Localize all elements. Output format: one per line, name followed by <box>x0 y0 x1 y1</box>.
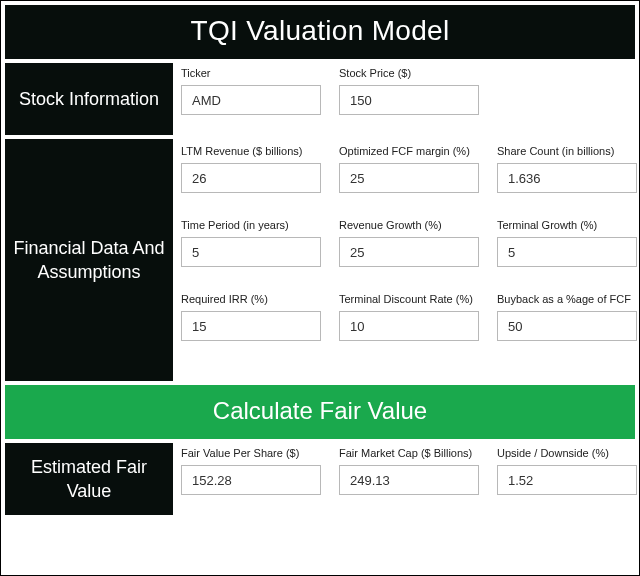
terminal-growth-input[interactable]: 5 <box>497 237 637 267</box>
field-ltm-revenue: LTM Revenue ($ billions) 26 <box>181 145 321 193</box>
row: Time Period (in years) 5 Revenue Growth … <box>181 219 637 267</box>
field-fcf-margin: Optimized FCF margin (%) 25 <box>339 145 479 193</box>
field-revenue-growth: Revenue Growth (%) 25 <box>339 219 479 267</box>
field-fair-market-cap: Fair Market Cap ($ Billions) 249.13 <box>339 447 479 495</box>
fair-value-share-output: 152.28 <box>181 465 321 495</box>
field-label: Share Count (in billions) <box>497 145 637 157</box>
terminal-discount-input[interactable]: 10 <box>339 311 479 341</box>
field-label: LTM Revenue ($ billions) <box>181 145 321 157</box>
section-label-financial: Financial Data And Assumptions <box>5 139 173 381</box>
field-label: Ticker <box>181 67 321 79</box>
calculate-button[interactable]: Calculate Fair Value <box>5 385 635 439</box>
row: Ticker AMD Stock Price ($) 150 <box>181 67 633 115</box>
section-body-estimated: Fair Value Per Share ($) 152.28 Fair Mar… <box>179 443 639 515</box>
section-label-stock: Stock Information <box>5 63 173 135</box>
time-period-input[interactable]: 5 <box>181 237 321 267</box>
fcf-margin-input[interactable]: 25 <box>339 163 479 193</box>
field-label: Buyback as a %age of FCF <box>497 293 637 305</box>
section-label-estimated: Estimated Fair Value <box>5 443 173 515</box>
stock-price-input[interactable]: 150 <box>339 85 479 115</box>
field-label: Terminal Discount Rate (%) <box>339 293 479 305</box>
upside-downside-output: 1.52 <box>497 465 637 495</box>
field-label: Fair Value Per Share ($) <box>181 447 321 459</box>
section-body-financial: LTM Revenue ($ billions) 26 Optimized FC… <box>179 139 639 381</box>
section-estimated: Estimated Fair Value Fair Value Per Shar… <box>5 443 635 515</box>
field-terminal-discount: Terminal Discount Rate (%) 10 <box>339 293 479 341</box>
share-count-input[interactable]: 1.636 <box>497 163 637 193</box>
field-stock-price: Stock Price ($) 150 <box>339 67 479 115</box>
section-body-stock: Ticker AMD Stock Price ($) 150 <box>179 63 635 135</box>
section-financial: Financial Data And Assumptions LTM Reven… <box>5 139 635 381</box>
field-required-irr: Required IRR (%) 15 <box>181 293 321 341</box>
row: Fair Value Per Share ($) 152.28 Fair Mar… <box>181 447 637 495</box>
field-label: Time Period (in years) <box>181 219 321 231</box>
field-buyback-pct: Buyback as a %age of FCF 50 <box>497 293 637 341</box>
required-irr-input[interactable]: 15 <box>181 311 321 341</box>
row: LTM Revenue ($ billions) 26 Optimized FC… <box>181 145 637 193</box>
row: Required IRR (%) 15 Terminal Discount Ra… <box>181 293 637 341</box>
ltm-revenue-input[interactable]: 26 <box>181 163 321 193</box>
buyback-pct-input[interactable]: 50 <box>497 311 637 341</box>
section-stock-info: Stock Information Ticker AMD Stock Price… <box>5 63 635 135</box>
field-label: Fair Market Cap ($ Billions) <box>339 447 479 459</box>
field-upside-downside: Upside / Downside (%) 1.52 <box>497 447 637 495</box>
field-fair-value-share: Fair Value Per Share ($) 152.28 <box>181 447 321 495</box>
ticker-input[interactable]: AMD <box>181 85 321 115</box>
field-label: Terminal Growth (%) <box>497 219 637 231</box>
field-label: Upside / Downside (%) <box>497 447 637 459</box>
field-share-count: Share Count (in billions) 1.636 <box>497 145 637 193</box>
field-ticker: Ticker AMD <box>181 67 321 115</box>
fair-market-cap-output: 249.13 <box>339 465 479 495</box>
revenue-growth-input[interactable]: 25 <box>339 237 479 267</box>
field-time-period: Time Period (in years) 5 <box>181 219 321 267</box>
field-label: Required IRR (%) <box>181 293 321 305</box>
field-label: Stock Price ($) <box>339 67 479 79</box>
field-label: Revenue Growth (%) <box>339 219 479 231</box>
field-label: Optimized FCF margin (%) <box>339 145 479 157</box>
app-container: TQI Valuation Model Stock Information Ti… <box>0 0 640 576</box>
page-title: TQI Valuation Model <box>5 5 635 59</box>
field-terminal-growth: Terminal Growth (%) 5 <box>497 219 637 267</box>
